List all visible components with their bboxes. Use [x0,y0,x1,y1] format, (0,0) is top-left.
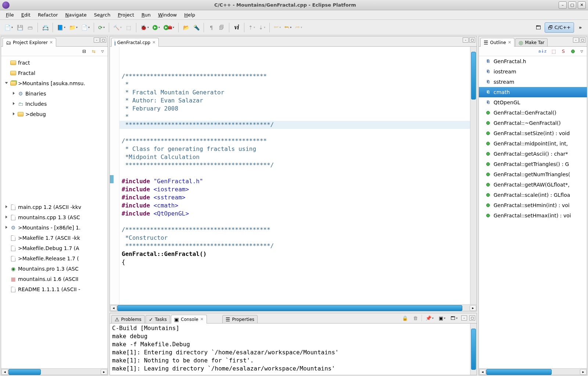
outline-list[interactable]: ⎘GenFractal.h ⎗iostream ⎗sstream ⎗cmath … [479,56,587,375]
code-editor[interactable]: /***************************************… [119,47,470,304]
tree-item-mountains-bin[interactable]: ⚙>Mountains - [x86/le] 1. [1,223,108,233]
console-pin-button[interactable]: 📌▾ [424,314,435,322]
debug-button[interactable]: 🐞▾ [139,22,150,33]
vscroll-thumb[interactable] [471,52,476,100]
project-tree[interactable]: fract Fractal >Mountains [asuka.nmsu. ⚙B… [1,56,108,375]
scroll-right-button[interactable]: ▸ [580,369,587,375]
back-button[interactable]: ⮨▾ [272,22,282,33]
menu-file[interactable]: File [3,11,17,19]
close-icon[interactable]: ✕ [508,40,511,45]
close-icon[interactable]: ✕ [152,40,155,45]
hide-static-button[interactable]: S [560,48,567,55]
tab-make-targets[interactable]: ◎ Make Tar [515,38,548,46]
outline-item[interactable]: GenFractal::setSize(int) : void [479,128,587,138]
menu-edit[interactable]: Edit [18,11,33,19]
search-button[interactable]: 🔦 [191,22,201,33]
outline-item[interactable]: GenFractal::getNumTriangles( [479,169,587,180]
maximize-view-button[interactable]: ▢ [469,37,475,43]
perspective-cpp[interactable]: 🗗C/C++ [545,22,574,33]
outline-item[interactable]: GenFractal::setHmax(int) : voi [479,210,587,221]
view-menu-button[interactable]: ▽ [100,48,105,55]
console-lock-button[interactable]: 🔒 [401,314,409,322]
minimize-view-button[interactable]: – [573,37,579,43]
scroll-right-button[interactable]: ▸ [470,305,476,311]
prev-annotation-button[interactable]: ⇡▾ [247,22,257,33]
mark-button[interactable]: ¶ [207,22,216,33]
editor-vscroll[interactable] [470,47,477,304]
menu-project[interactable]: Project [115,11,137,19]
tab-project-explorer[interactable]: 🗂 Project Explorer ✕ [3,38,56,47]
scroll-right-button[interactable]: ▸ [101,369,107,375]
vscroll-thumb[interactable] [471,329,476,370]
maximize-view-button[interactable]: ▢ [469,315,475,321]
close-icon[interactable]: ✕ [200,317,204,322]
new-folder-button[interactable]: 📁▾ [68,22,79,33]
console-display-button[interactable]: ▣▾ [437,314,447,322]
outline-item[interactable]: GenFractal::~GenFractal() [479,118,587,128]
save-button[interactable]: 💾 [15,22,25,33]
hscroll-thumb[interactable] [117,305,462,311]
outline-item[interactable]: ⎗iostream [479,66,587,77]
console-clear-button[interactable]: 🗑 [412,314,419,322]
hide-nonpublic-button[interactable] [569,48,577,55]
view-menu-button[interactable]: ▽ [579,48,585,55]
hscroll-thumb[interactable] [486,369,552,375]
tree-item-makefile-release[interactable]: >Makefile.Release 1.7 ( [1,253,108,264]
vi-mode-button[interactable]: vi [232,22,241,33]
outline-item[interactable]: GenFractal::GenFractal() [479,108,587,118]
tree-item-mountains-ui[interactable]: ▦mountains.ui 1.6 (ASCII [1,274,108,284]
link-editor-button[interactable]: ⇆ [90,48,97,55]
outline-item[interactable]: GenFractal::setHmin(int) : voi [479,200,587,210]
outline-item[interactable]: ⎘GenFractal.h [479,56,587,66]
menu-navigate[interactable]: Navigate [62,11,90,19]
hscroll-thumb[interactable] [8,369,41,375]
outline-item[interactable]: GenFractal::midpoint(int, int, [479,138,587,149]
maximize-button[interactable]: ▢ [568,1,576,9]
open-perspective-button[interactable]: 🗔 [534,22,543,33]
console-output[interactable]: C-Build [Mountains] make debug make -f M… [110,323,477,373]
hide-fields-button[interactable]: ⬚ [550,48,557,55]
tree-item-readme[interactable]: README 1.1.1.1 (ASCII - [1,284,108,294]
tree-item-fract[interactable]: fract [1,58,108,68]
tree-item-mountainscpp[interactable]: mountains.cpp 1.3 (ASC [1,212,108,223]
new-class-button[interactable]: 📘▾ [55,22,67,33]
menu-window[interactable]: Window [155,11,180,19]
outline-item-selected[interactable]: ⎗cmath [479,87,587,97]
minimize-view-button[interactable]: – [461,315,467,321]
outline-item[interactable]: ⎗sstream [479,77,587,87]
tree-item-maincpp[interactable]: main.cpp 1.2 (ASCII -kkv [1,202,108,212]
annotation-button[interactable]: 🗐 [217,22,226,33]
open-element-button[interactable]: 📇 [40,22,50,33]
minimize-button[interactable]: – [559,1,567,9]
collapse-all-button[interactable]: ⊟ [80,48,88,55]
console-vscroll[interactable] [470,323,477,375]
new-button[interactable]: 📄▾ [3,22,14,33]
tree-item-debug[interactable]: >debug [1,109,108,119]
menu-search[interactable]: Search [91,11,114,19]
tab-outline[interactable]: ☰ Outline ✕ [480,38,514,47]
next-annotation-button[interactable]: ⇣▾ [257,22,267,33]
editor-tab-genfractal[interactable]: GenFractal.cpp ✕ [111,38,159,47]
menu-refactor[interactable]: Refactor [35,11,61,19]
forward-history-button[interactable]: ⮪▾ [283,22,293,33]
menu-help[interactable]: Help [181,11,198,19]
tab-tasks[interactable]: ✓Tasks [146,315,170,323]
build-config-button[interactable]: 🔨▾ [112,22,123,33]
outline-item[interactable]: GenFractal::getAscii() : char* [479,149,587,159]
outline-item[interactable]: ⎗QtOpenGL [479,97,587,108]
scroll-left-button[interactable]: ◂ [110,305,117,311]
tree-item-makefile[interactable]: >Makefile 1.7 (ASCII -kk [1,233,108,243]
minimize-view-button[interactable]: – [463,37,469,43]
tab-console[interactable]: ▣Console✕ [171,315,207,323]
open-type-button[interactable]: 📂 [181,22,191,33]
maximize-view-button[interactable]: ▢ [580,37,585,43]
outline-item[interactable]: GenFractal::getTriangles() : G [479,159,587,169]
tree-item-fractal[interactable]: Fractal [1,68,108,78]
sort-button[interactable]: a↓z [537,48,548,55]
tree-item-mountains[interactable]: >Mountains [asuka.nmsu. [1,78,108,88]
new-source-button[interactable]: 📄▾ [80,22,91,33]
perspective-more-button[interactable]: » [576,22,585,33]
maximize-view-button[interactable]: ▢ [100,37,106,43]
close-icon[interactable]: ✕ [50,40,53,45]
tree-item-makefile-debug[interactable]: >Makefile.Debug 1.7 (A [1,243,108,253]
